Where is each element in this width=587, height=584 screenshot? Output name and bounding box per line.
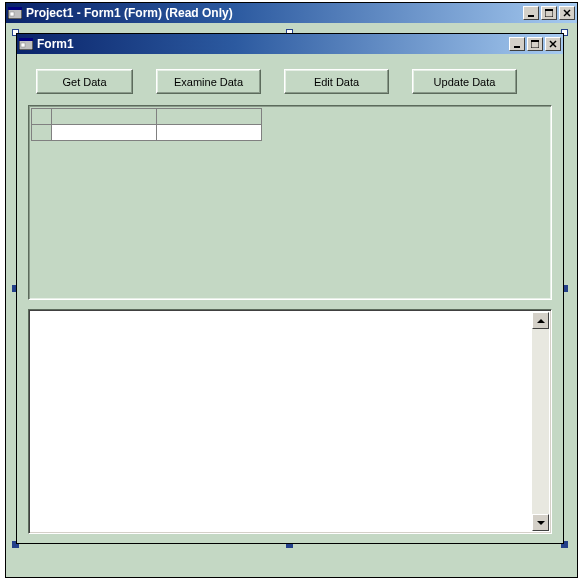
maximize-button[interactable]	[541, 6, 557, 20]
examine-data-button[interactable]: Examine Data	[156, 69, 261, 94]
edit-data-button[interactable]: Edit Data	[284, 69, 389, 94]
grid-header-cell	[32, 109, 52, 125]
svg-rect-10	[21, 43, 25, 47]
form-client-area[interactable]: Get Data Examine Data Edit Data Update D…	[20, 57, 560, 540]
get-data-button[interactable]: Get Data	[36, 69, 133, 94]
scroll-down-button[interactable]	[532, 514, 549, 531]
grid-cell[interactable]	[52, 125, 157, 141]
grid-header-cell	[157, 109, 262, 125]
form-window[interactable]: Form1 Get Data Examine Data	[16, 33, 564, 544]
svg-rect-11	[514, 46, 520, 48]
form-title-text: Form1	[37, 37, 74, 51]
svg-rect-5	[545, 9, 553, 11]
form-titlebar: Form1	[17, 34, 563, 54]
form-icon	[19, 38, 33, 50]
designer-client: Form1 Get Data Examine Data	[8, 25, 575, 575]
form-icon	[8, 7, 22, 19]
button-label: Get Data	[62, 76, 106, 88]
svg-rect-2	[10, 12, 14, 16]
grid-row-header	[32, 125, 52, 141]
grid-row[interactable]	[32, 125, 262, 141]
chevron-down-icon	[537, 521, 545, 525]
grid-header-cell	[52, 109, 157, 125]
designer-titlebar: Project1 - Form1 (Form) (Read Only)	[6, 3, 577, 23]
form-close-button[interactable]	[545, 37, 561, 51]
grid-table	[31, 108, 262, 141]
svg-rect-1	[8, 7, 22, 10]
button-label: Update Data	[434, 76, 496, 88]
designer-title-text: Project1 - Form1 (Form) (Read Only)	[26, 6, 233, 20]
update-data-button[interactable]: Update Data	[412, 69, 517, 94]
close-button[interactable]	[559, 6, 575, 20]
designer-window: Project1 - Form1 (Form) (Read Only)	[5, 2, 578, 578]
svg-rect-9	[19, 38, 33, 41]
textbox-content[interactable]	[31, 312, 532, 531]
grid-header-row	[32, 109, 262, 125]
vertical-scrollbar[interactable]	[532, 312, 549, 531]
svg-rect-3	[528, 15, 534, 17]
chevron-up-icon	[537, 319, 545, 323]
data-grid[interactable]	[28, 105, 552, 300]
button-label: Edit Data	[314, 76, 359, 88]
minimize-button[interactable]	[523, 6, 539, 20]
form-maximize-button[interactable]	[527, 37, 543, 51]
grid-cell[interactable]	[157, 125, 262, 141]
output-textbox[interactable]	[28, 309, 552, 534]
svg-rect-13	[531, 40, 539, 42]
form-minimize-button[interactable]	[509, 37, 525, 51]
button-label: Examine Data	[174, 76, 243, 88]
scroll-up-button[interactable]	[532, 312, 549, 329]
